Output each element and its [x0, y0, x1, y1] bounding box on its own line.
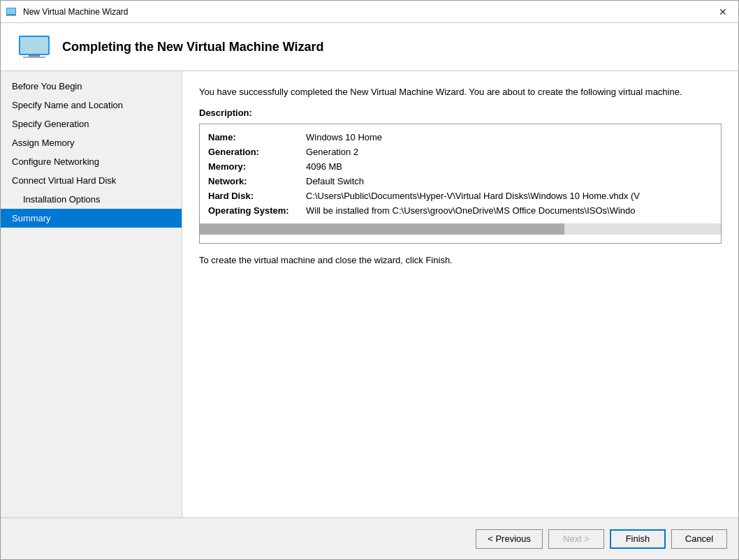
- wizard-title: Completing the New Virtual Machine Wizar…: [62, 40, 324, 54]
- field-label: Memory:: [200, 159, 298, 174]
- field-value: Windows 10 Home: [298, 130, 721, 145]
- intro-text: You have successfully completed the New …: [199, 85, 722, 99]
- field-value: Default Switch: [298, 174, 721, 189]
- description-label: Description:: [199, 108, 722, 118]
- svg-rect-1: [7, 8, 15, 14]
- table-row: Name:Windows 10 Home: [200, 130, 721, 145]
- sidebar-item[interactable]: Installation Options: [1, 190, 182, 209]
- previous-button[interactable]: < Previous: [476, 529, 543, 549]
- sidebar-item[interactable]: Configure Networking: [1, 152, 182, 171]
- next-button[interactable]: Next >: [548, 529, 604, 549]
- close-button[interactable]: ✕: [713, 2, 733, 22]
- sidebar: Before You BeginSpecify Name and Locatio…: [1, 71, 182, 517]
- sidebar-item[interactable]: Specify Name and Location: [1, 96, 182, 115]
- sidebar-item[interactable]: Before You Begin: [1, 77, 182, 96]
- field-value: Generation 2: [298, 145, 721, 159]
- field-label: Operating System:: [200, 203, 298, 218]
- svg-rect-6: [20, 37, 48, 54]
- sidebar-item[interactable]: Summary: [1, 209, 182, 228]
- desc-table: Name:Windows 10 HomeGeneration:Generatio…: [200, 130, 721, 218]
- field-value: 4096 MB: [298, 159, 721, 174]
- svg-rect-8: [23, 57, 45, 58]
- sidebar-item[interactable]: Assign Memory: [1, 133, 182, 152]
- field-label: Hard Disk:: [200, 189, 298, 203]
- field-label: Generation:: [200, 145, 298, 159]
- window-icon: [6, 6, 17, 17]
- table-row: Network:Default Switch: [200, 174, 721, 189]
- field-value: C:\Users\Public\Documents\Hyper-V\Virtua…: [298, 189, 721, 203]
- content-area: Before You BeginSpecify Name and Locatio…: [1, 71, 738, 517]
- description-box: Name:Windows 10 HomeGeneration:Generatio…: [199, 124, 722, 244]
- field-label: Network:: [200, 174, 298, 189]
- scrollbar-thumb: [200, 223, 564, 235]
- footer: < Previous Next > Finish Cancel: [1, 517, 738, 559]
- table-row: Hard Disk:C:\Users\Public\Documents\Hype…: [200, 189, 721, 203]
- cancel-button[interactable]: Cancel: [671, 529, 727, 549]
- title-bar: New Virtual Machine Wizard ✕: [1, 1, 738, 23]
- table-row: Memory:4096 MB: [200, 159, 721, 174]
- wizard-window: New Virtual Machine Wizard ✕ Completing …: [0, 0, 739, 560]
- finish-text: To create the virtual machine and close …: [199, 255, 722, 265]
- svg-rect-4: [8, 15, 15, 16]
- main-content: You have successfully completed the New …: [182, 71, 738, 517]
- table-row: Generation:Generation 2: [200, 145, 721, 159]
- field-label: Name:: [200, 130, 298, 145]
- wizard-header-icon: [17, 34, 51, 59]
- wizard-header: Completing the New Virtual Machine Wizar…: [1, 23, 738, 71]
- finish-button[interactable]: Finish: [610, 529, 666, 549]
- table-row: Operating System:Will be installed from …: [200, 203, 721, 218]
- sidebar-item[interactable]: Specify Generation: [1, 115, 182, 133]
- scrollbar-area[interactable]: [200, 223, 721, 235]
- field-value: Will be installed from C:\Users\groov\On…: [298, 203, 721, 218]
- sidebar-item[interactable]: Connect Virtual Hard Disk: [1, 171, 182, 190]
- window-title: New Virtual Machine Wizard: [23, 7, 713, 17]
